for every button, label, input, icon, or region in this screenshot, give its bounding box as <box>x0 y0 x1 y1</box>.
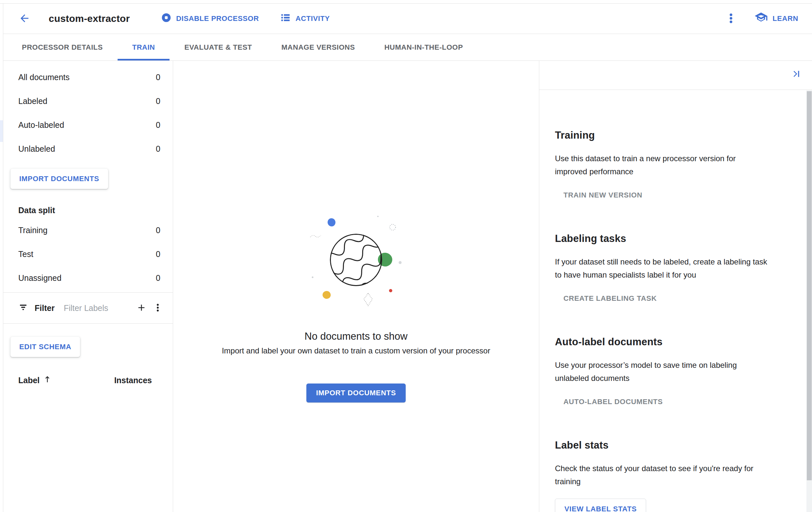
page-title: custom-extractor <box>49 13 130 24</box>
dataset-actions-panel: Training Use this dataset to train a new… <box>539 61 812 512</box>
list-icon <box>280 12 291 25</box>
learn-label: LEARN <box>773 15 798 23</box>
dataset-sidebar: All documents 0 Labeled 0 Auto-labeled 0… <box>3 61 173 512</box>
label-filter-row: Filter <box>3 293 173 323</box>
instances-column-header: Instances <box>114 376 152 385</box>
tab-train[interactable]: TRAIN <box>118 34 170 60</box>
sidebar-item-unassigned[interactable]: Unassigned 0 <box>3 266 173 290</box>
tab-human-in-the-loop[interactable]: HUMAN-IN-THE-LOOP <box>370 34 478 60</box>
row-label: All documents <box>18 73 69 82</box>
stop-circle-icon <box>161 12 172 25</box>
row-label: Unlabeled <box>18 144 55 154</box>
disable-processor-button[interactable]: DISABLE PROCESSOR <box>161 12 259 25</box>
empty-state-illustration <box>300 204 411 316</box>
row-label: Auto-labeled <box>18 120 64 130</box>
scrollbar-thumb[interactable] <box>807 91 812 480</box>
plus-icon <box>136 302 147 314</box>
panel-toolbar <box>539 61 812 90</box>
section-body: If your dataset still needs to be labele… <box>555 255 783 281</box>
disable-processor-label: DISABLE PROCESSOR <box>176 15 259 23</box>
sidebar-item-all-documents[interactable]: All documents 0 <box>3 65 173 89</box>
edit-schema-button[interactable]: EDIT SCHEMA <box>10 337 80 357</box>
train-new-version-button[interactable]: TRAIN NEW VERSION <box>563 189 642 202</box>
section-body: Use this dataset to train a new processo… <box>555 152 783 178</box>
row-label: Test <box>18 249 33 259</box>
divider <box>3 323 173 324</box>
section-body: Check the status of your dataset to see … <box>555 462 783 488</box>
section-labeling-tasks: Labeling tasks If your dataset still nee… <box>555 232 783 305</box>
import-documents-button-primary[interactable]: IMPORT DOCUMENTS <box>307 383 406 402</box>
section-training: Training Use this dataset to train a new… <box>555 129 783 202</box>
create-labeling-task-button[interactable]: CREATE LABELING TASK <box>563 292 657 305</box>
tab-processor-details[interactable]: PROCESSOR DETAILS <box>7 34 118 60</box>
app-header: custom-extractor DISABLE PROCESSOR ACTIV… <box>3 4 812 34</box>
section-title: Training <box>555 129 783 142</box>
empty-state-subtitle: Import and label your own dataset to tra… <box>173 346 539 355</box>
import-documents-button-sidebar[interactable]: IMPORT DOCUMENTS <box>10 169 108 189</box>
row-count: 0 <box>156 73 161 82</box>
data-split-heading: Data split <box>3 202 173 218</box>
tab-evaluate-test[interactable]: EVALUATE & TEST <box>170 34 266 60</box>
tab-manage-versions[interactable]: MANAGE VERSIONS <box>267 34 370 60</box>
empty-state-title: No documents to show <box>173 330 539 342</box>
auto-label-documents-button[interactable]: AUTO-LABEL DOCUMENTS <box>563 395 663 408</box>
section-title: Labeling tasks <box>555 232 783 246</box>
row-count: 0 <box>156 225 161 235</box>
collapse-panel-icon <box>791 69 801 80</box>
row-count: 0 <box>156 273 161 283</box>
row-count: 0 <box>156 144 161 154</box>
sort-ascending-icon <box>43 375 52 386</box>
back-button[interactable] <box>19 12 30 25</box>
section-body: Use your processor’s model to save time … <box>555 359 783 385</box>
label-table-header: Label Instances <box>3 371 173 390</box>
section-title: Label stats <box>555 438 783 452</box>
add-label-button[interactable] <box>136 302 147 314</box>
kebab-menu-icon <box>152 302 163 314</box>
row-label: Training <box>18 225 47 235</box>
documents-empty-state: No documents to show Import and label yo… <box>173 61 539 512</box>
row-label: Labeled <box>18 97 47 106</box>
row-count: 0 <box>156 97 161 106</box>
row-label: Unassigned <box>18 273 61 283</box>
section-label-stats: Label stats Check the status of your dat… <box>555 438 783 512</box>
label-column-header[interactable]: Label <box>18 375 52 386</box>
sidebar-item-test[interactable]: Test 0 <box>3 242 173 266</box>
filter-labels-input[interactable] <box>64 303 130 313</box>
more-options-button[interactable] <box>725 12 737 26</box>
sidebar-item-training[interactable]: Training 0 <box>3 218 173 242</box>
arrow-back-icon <box>19 12 30 25</box>
sidebar-item-labeled[interactable]: Labeled 0 <box>3 89 173 113</box>
view-label-stats-button[interactable]: VIEW LABEL STATS <box>555 498 646 512</box>
nav-selected-indicator <box>0 120 3 142</box>
learn-button[interactable]: LEARN <box>754 11 798 26</box>
activity-label: ACTIVITY <box>296 15 330 23</box>
row-count: 0 <box>156 120 161 130</box>
section-title: Auto-label documents <box>555 335 783 349</box>
tab-bar: PROCESSOR DETAILS TRAIN EVALUATE & TEST … <box>3 34 812 61</box>
filter-icon <box>18 302 28 314</box>
sidebar-item-unlabeled[interactable]: Unlabeled 0 <box>3 137 173 161</box>
kebab-menu-icon <box>725 12 737 26</box>
label-options-button[interactable] <box>152 302 163 314</box>
activity-button[interactable]: ACTIVITY <box>280 12 330 25</box>
label-column-text: Label <box>18 376 39 385</box>
section-auto-label: Auto-label documents Use your processor’… <box>555 335 783 408</box>
row-count: 0 <box>156 249 161 259</box>
filter-label: Filter <box>35 303 55 313</box>
collapse-panel-button[interactable] <box>791 69 801 80</box>
graduation-cap-icon <box>754 11 768 26</box>
sidebar-item-auto-labeled[interactable]: Auto-labeled 0 <box>3 113 173 137</box>
